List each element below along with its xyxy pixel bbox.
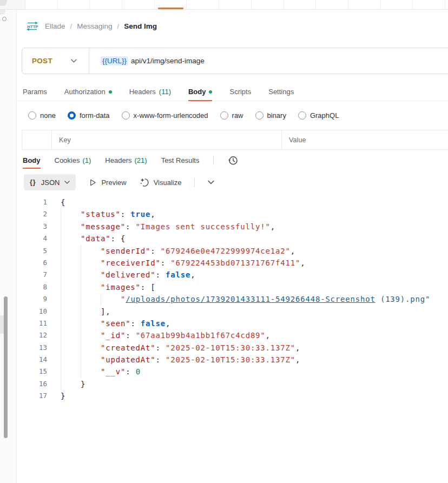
workspace-tab[interactable]: [219, 0, 252, 9]
tab-count-badge: (21): [135, 156, 147, 164]
response-tab-test-results[interactable]: Test Results: [161, 153, 200, 167]
tab-scripts[interactable]: Scripts: [229, 83, 251, 101]
left-rail: [0, 10, 17, 483]
indent-guide: [81, 269, 101, 281]
format-label: JSON: [41, 178, 60, 187]
method-selector[interactable]: POST: [22, 57, 89, 65]
workspace-tab[interactable]: [284, 0, 317, 9]
code-token: "679246e0e4722999974ce1a2": [161, 247, 291, 255]
active-workspace-tab-indicator: [158, 8, 183, 9]
code-text: "/uploads/photos/1739201433111-549266448…: [121, 293, 430, 305]
preview-button[interactable]: Preview: [89, 178, 126, 187]
indent-guide: [61, 233, 81, 244]
code-token: "delivered": [101, 270, 156, 279]
workspace-tab[interactable]: [187, 0, 219, 9]
rail-top-blob: [0, 10, 5, 15]
row-select-column[interactable]: [22, 130, 52, 149]
body-mode-label: binary: [267, 111, 286, 120]
tab-authorization[interactable]: Authorization: [64, 83, 112, 101]
code-token: }: [61, 392, 65, 400]
code-token: ],: [101, 307, 110, 316]
tab-label: Settings: [268, 88, 294, 96]
workspace-tab[interactable]: [381, 0, 413, 9]
body-mode-none[interactable]: none: [28, 111, 56, 120]
code-token: ,: [291, 247, 295, 255]
workspace-tab[interactable]: [90, 0, 122, 9]
code-token: ,: [300, 259, 305, 267]
tab-label: Test Results: [161, 156, 200, 164]
body-mode-raw[interactable]: raw: [220, 111, 243, 120]
history-icon[interactable]: [228, 155, 238, 166]
indent-guide: [81, 329, 101, 341]
body-mode-form-data[interactable]: form-data: [68, 111, 110, 120]
chevron-down-icon: [208, 180, 214, 184]
expand-response-chevron[interactable]: [208, 180, 214, 184]
line-number: 17: [17, 390, 47, 402]
radio-icon[interactable]: [298, 111, 306, 120]
code-token: "message": [81, 222, 126, 231]
code-token: "updatedAt": [101, 355, 156, 364]
breadcrumb-folder[interactable]: Messaging: [77, 22, 112, 30]
indent-guide: [61, 257, 81, 269]
line-number: 2: [17, 208, 47, 220]
response-tab-body[interactable]: Body: [23, 153, 41, 167]
response-file-link[interactable]: /uploads/photos/1739201433111-549266448-…: [126, 295, 375, 303]
tab-settings[interactable]: Settings: [268, 83, 294, 101]
body-mode-graphql[interactable]: GraphQL: [298, 111, 339, 120]
value-column-header[interactable]: Value: [282, 130, 448, 149]
indent-guide: [61, 366, 81, 378]
url-input[interactable]: {{URL}} api/v1/img/send-image: [89, 56, 205, 65]
body-mode-x-www-form-urlencoded[interactable]: x-www-form-urlencoded: [122, 111, 208, 120]
indent-guide: [61, 354, 81, 366]
rail-status-icon: [2, 17, 6, 21]
workspace-tab[interactable]: [58, 0, 90, 9]
radio-icon[interactable]: [28, 111, 36, 120]
tab-params[interactable]: Params: [23, 83, 47, 101]
workspace-tab-cells[interactable]: [25, 0, 448, 9]
key-column-header[interactable]: Key: [52, 130, 282, 149]
response-tab-cookies[interactable]: Cookies(1): [55, 153, 91, 167]
tab-label: Headers: [105, 156, 131, 164]
radio-icon[interactable]: [68, 111, 76, 120]
tab-headers[interactable]: Headers(11): [129, 83, 171, 101]
line-number: 15: [17, 366, 47, 378]
body-mode-label: none: [40, 111, 56, 120]
body-mode-label: form-data: [80, 111, 110, 120]
line-number: 4: [17, 233, 47, 244]
visualize-button[interactable]: Visualize: [140, 177, 182, 187]
workspace-tab[interactable]: [122, 0, 155, 9]
tab-body[interactable]: Body: [188, 83, 213, 101]
url-variable-chip[interactable]: {{URL}}: [101, 56, 128, 65]
code-line: 10],: [17, 306, 448, 317]
body-mode-label: raw: [232, 111, 243, 120]
response-format-selector[interactable]: {} JSON: [24, 174, 76, 190]
workspace-tab[interactable]: [25, 0, 58, 9]
chevron-down-icon: [64, 181, 70, 184]
workspace-tab[interactable]: [413, 0, 445, 9]
vertical-scrollbar-thumb[interactable]: [4, 296, 8, 438]
code-token: "Images sent successfully!": [136, 222, 271, 231]
response-tab-headers[interactable]: Headers(21): [105, 153, 147, 167]
line-number: 5: [17, 245, 47, 257]
code-token: "seen": [101, 319, 130, 328]
radio-icon[interactable]: [122, 111, 130, 120]
response-toolbar: {} JSON Preview Visualize: [17, 174, 448, 190]
code-token: true: [130, 210, 150, 219]
body-mode-binary[interactable]: binary: [255, 111, 286, 120]
code-text: {: [61, 196, 65, 208]
workspace-tab[interactable]: [316, 0, 348, 9]
workspace-tab[interactable]: [348, 0, 381, 9]
code-token: ,: [266, 331, 271, 340]
line-number: 12: [17, 329, 47, 341]
visualize-label: Visualize: [154, 178, 182, 187]
radio-icon[interactable]: [255, 111, 263, 120]
green-dot-indicator: [109, 90, 112, 94]
request-url-bar: POST {{URL}} api/v1/img/send-image: [22, 48, 448, 74]
breadcrumb-collection[interactable]: Ellade: [45, 22, 65, 30]
code-text: "delivered": false,: [101, 269, 195, 281]
code-token: false: [166, 270, 190, 279]
line-number: 7: [17, 269, 47, 281]
workspace-tab[interactable]: [252, 0, 284, 9]
radio-icon[interactable]: [220, 111, 228, 120]
line-number: 11: [17, 317, 47, 329]
